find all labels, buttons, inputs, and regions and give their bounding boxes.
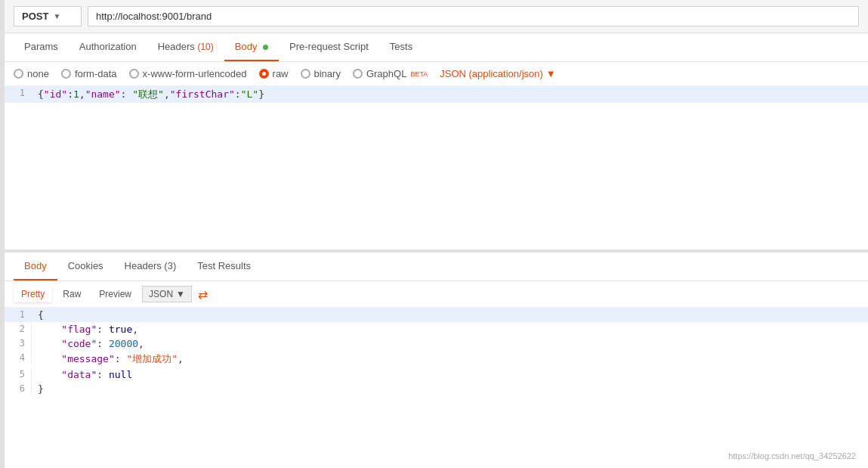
resp-line-6-content: } xyxy=(32,382,868,396)
radio-graphql-label: GraphQL xyxy=(366,68,406,79)
response-tab-headers[interactable]: Headers (3) xyxy=(114,253,187,280)
tab-tests-label: Tests xyxy=(390,41,412,52)
wrap-icon[interactable]: ⇄ xyxy=(198,287,208,302)
radio-raw-circle xyxy=(259,69,269,79)
resp-line-5-number: 5 xyxy=(5,367,32,381)
request-editor: 1 {"id":1,"name": "联想","firstChar":"L"} xyxy=(5,86,868,253)
tab-prerequest-label: Pre-request Script xyxy=(289,41,369,52)
response-tab-test-results-label: Test Results xyxy=(197,260,251,271)
resp-line-1-number: 1 xyxy=(5,308,32,321)
resp-line-2-number: 2 xyxy=(5,322,32,336)
resp-line-6: 6 } xyxy=(5,382,868,396)
radio-binary-label: binary xyxy=(314,68,341,79)
response-tabs-bar: Body Cookies Headers (3) Test Results xyxy=(5,253,868,281)
resp-line-1-content: { xyxy=(32,308,868,322)
response-tab-body-label: Body xyxy=(24,260,47,271)
json-format-select[interactable]: JSON ▼ xyxy=(142,286,192,302)
radio-binary[interactable]: binary xyxy=(301,68,341,79)
resp-line-3: 3 "code": 20000, xyxy=(5,336,868,351)
body-type-row: none form-data x-www-form-urlencoded raw… xyxy=(5,62,868,86)
response-section: Body Cookies Headers (3) Test Results Pr… xyxy=(5,253,868,396)
resp-line-1: 1 { xyxy=(5,308,868,322)
resp-line-5-content: "data": null xyxy=(32,367,868,382)
format-chevron-icon: ▼ xyxy=(546,68,556,79)
radio-form-data[interactable]: form-data xyxy=(61,68,117,79)
tab-prerequest[interactable]: Pre-request Script xyxy=(279,33,379,61)
resp-line-4-content: "message": "增加成功", xyxy=(32,351,868,367)
tab-body-label: Body xyxy=(235,41,258,52)
tab-authorization-label: Authorization xyxy=(79,41,137,52)
radio-x-www[interactable]: x-www-form-urlencoded xyxy=(129,68,247,79)
raw-button[interactable]: Raw xyxy=(55,286,88,302)
radio-none-label: none xyxy=(27,68,49,79)
response-tab-test-results[interactable]: Test Results xyxy=(187,253,261,280)
tab-headers-label: Headers xyxy=(158,41,198,52)
tab-headers-badge: (10) xyxy=(197,42,213,52)
response-tab-headers-label: Headers (3) xyxy=(125,260,177,271)
resp-line-5: 5 "data": null xyxy=(5,367,868,382)
format-label: JSON (application/json) xyxy=(440,68,543,79)
preview-button[interactable]: Preview xyxy=(91,286,139,302)
tab-headers[interactable]: Headers (10) xyxy=(147,33,224,61)
resp-line-2-content: "flag": true, xyxy=(32,322,868,336)
resp-line-3-number: 3 xyxy=(5,336,32,350)
radio-graphql[interactable]: GraphQL BETA xyxy=(353,68,428,79)
resp-line-3-content: "code": 20000, xyxy=(32,336,868,351)
url-bar: POST ▼ xyxy=(5,0,868,33)
request-line-1-content[interactable]: {"id":1,"name": "联想","firstChar":"L"} xyxy=(32,86,868,103)
radio-graphql-circle xyxy=(353,69,363,79)
resp-line-4-number: 4 xyxy=(5,351,32,364)
method-label: POST xyxy=(22,11,48,22)
resp-line-4: 4 "message": "增加成功", xyxy=(5,351,868,367)
tab-params-label: Params xyxy=(24,41,58,52)
radio-none[interactable]: none xyxy=(14,68,49,79)
response-toolbar: Pretty Raw Preview JSON ▼ ⇄ xyxy=(5,281,868,308)
radio-binary-circle xyxy=(301,69,310,79)
resp-line-6-number: 6 xyxy=(5,382,32,395)
tab-body[interactable]: Body xyxy=(224,33,279,61)
radio-raw[interactable]: raw xyxy=(259,68,289,79)
radio-raw-label: raw xyxy=(273,68,289,79)
radio-none-circle xyxy=(14,69,23,79)
format-select[interactable]: JSON (application/json) ▼ xyxy=(440,68,555,79)
request-line-1-number: 1 xyxy=(5,86,32,100)
response-tab-cookies[interactable]: Cookies xyxy=(57,253,114,280)
tab-tests[interactable]: Tests xyxy=(379,33,423,61)
beta-badge: BETA xyxy=(410,70,428,78)
top-tabs-bar: Params Authorization Headers (10) Body P… xyxy=(5,33,868,62)
tab-body-dot xyxy=(263,45,268,50)
radio-x-www-label: x-www-form-urlencoded xyxy=(143,68,247,79)
json-chevron-icon: ▼ xyxy=(176,289,185,299)
radio-form-data-circle xyxy=(61,69,71,79)
response-tab-cookies-label: Cookies xyxy=(68,260,103,271)
json-format-label: JSON xyxy=(149,289,173,299)
response-tab-body[interactable]: Body xyxy=(14,253,57,280)
url-input[interactable] xyxy=(88,6,859,26)
resp-line-2: 2 "flag": true, xyxy=(5,322,868,336)
response-body: 1 { 2 "flag": true, 3 "code": 20000, 4 "… xyxy=(5,308,868,396)
tab-params[interactable]: Params xyxy=(14,33,69,61)
method-chevron-icon: ▼ xyxy=(53,12,60,20)
method-select[interactable]: POST ▼ xyxy=(14,6,82,26)
radio-x-www-circle xyxy=(129,69,139,79)
tab-authorization[interactable]: Authorization xyxy=(69,33,147,61)
pretty-button[interactable]: Pretty xyxy=(14,286,52,302)
request-line-1: 1 {"id":1,"name": "联想","firstChar":"L"} xyxy=(5,86,868,103)
radio-form-data-label: form-data xyxy=(75,68,117,79)
